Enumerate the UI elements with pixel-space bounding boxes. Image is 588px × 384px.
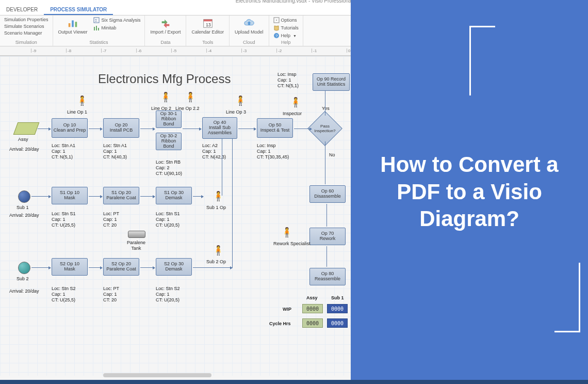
ribbon-group-tools: 13 Calendar Editor Tools xyxy=(186,15,230,46)
group-label-simulation: Simulation xyxy=(3,40,50,46)
decorative-bracket xyxy=(579,263,580,332)
s1-op10-box[interactable]: S1 Op 10 Mask xyxy=(52,187,88,204)
flow-arrow xyxy=(31,196,51,197)
sub2-op-label: Sub 2 Op xyxy=(206,259,226,265)
s2-op20-box[interactable]: S2 Op 20 Paralene Coat xyxy=(103,258,139,276)
ruler-tick: -7 xyxy=(101,49,106,53)
output-viewer-button[interactable]: Output Viewer xyxy=(56,17,90,40)
op90-box[interactable]: Op 90 Record Unit Statistics xyxy=(313,73,350,91)
ribbon-group-data: Import / Export Data xyxy=(145,15,186,46)
person-icon[interactable]: 🧍 xyxy=(76,95,88,106)
paralene-tank-label: Paralene Tank xyxy=(127,240,145,251)
s1-op30-box[interactable]: S1 Op 30 Demask xyxy=(156,187,192,204)
op50-box[interactable]: Op 50 Inspect & Test xyxy=(257,118,293,138)
sigma-icon: Σ xyxy=(93,17,100,23)
stats-cycle-label: Cycle Hrs xyxy=(269,321,291,327)
ruler-tick: 0 xyxy=(347,49,350,53)
flow-arrow xyxy=(193,196,203,197)
line-op-3-label: Line Op 3 xyxy=(226,109,246,115)
op30-info: Loc: Stn RB Cap: 2 CT: U(90,10) xyxy=(156,159,182,176)
ruler-tick: -1 xyxy=(312,49,317,53)
person-icon[interactable]: 🧍 xyxy=(185,91,196,103)
s2-op20-info: Loc: PT Cap: 1 CT: 20 xyxy=(103,286,119,302)
person-icon[interactable]: 🧍 xyxy=(235,95,246,106)
s2-op30-info: Loc: Stn S2 Cap: 1 CT: U(20,5) xyxy=(156,286,180,302)
scenario-manager-button[interactable]: Scenario Manager xyxy=(3,30,50,36)
wip-assy-counter: 0000 xyxy=(302,304,323,313)
assy-start-shape[interactable] xyxy=(13,122,40,135)
person-icon[interactable]: 🧍 xyxy=(160,91,171,103)
decorative-bracket xyxy=(469,26,495,83)
svg-rect-0 xyxy=(69,23,71,27)
op10-box[interactable]: Op 10 Clean and Prep xyxy=(52,118,88,138)
person-icon[interactable]: 🧍 xyxy=(213,245,224,256)
simulation-properties-button[interactable]: Simulation Properties xyxy=(3,17,50,23)
sub2-label: Sub 2 xyxy=(17,276,29,282)
ribbon-group-statistics: Output Viewer Σ Six Sigma Analysis Minit… xyxy=(53,15,145,46)
stats-sub1-header: Sub 1 xyxy=(331,295,344,301)
svg-text:?: ? xyxy=(275,34,278,38)
op20-info: Loc: Stn A1 Cap: 1 CT: N(40,3) xyxy=(103,143,127,159)
op40-info: Loc: A2 Cap: 1 CT: N(42,3) xyxy=(202,143,226,159)
options-button[interactable]: Options xyxy=(272,17,300,24)
flow-arrow xyxy=(183,129,201,129)
op30-2-box[interactable]: Op 30-2 Ribbon Bond xyxy=(156,133,182,150)
calendar-icon: 13 xyxy=(202,18,214,29)
svg-text:Σ: Σ xyxy=(95,18,97,23)
sub1-arrival-label: Arrival: 20/day xyxy=(9,213,39,218)
tutorials-button[interactable]: Tutorials xyxy=(272,24,300,31)
group-label-cloud: Cloud xyxy=(233,40,266,46)
insp-info-top: Loc: Insp Cap: 1 CT: N(5,1) xyxy=(277,72,299,88)
flow-arrow xyxy=(89,267,102,268)
no-label: No xyxy=(329,152,335,158)
flow-arrow xyxy=(232,139,233,268)
calendar-editor-button[interactable]: 13 Calendar Editor xyxy=(189,17,226,40)
person-icon[interactable]: 🧍 xyxy=(290,97,301,108)
ribbon-group-simulation: Simulation Properties Simulate Scenarios… xyxy=(0,15,53,46)
flow-arrow xyxy=(193,267,232,268)
s2-op30-box[interactable]: S2 Op 30 Demask xyxy=(156,258,192,276)
s1-op30-info: Loc: Stn S1 Cap: 1 CT: U(20,5) xyxy=(156,211,180,228)
sub2-start-shape[interactable] xyxy=(18,262,30,274)
horizontal-scrollbar[interactable] xyxy=(103,373,211,377)
simulate-scenarios-button[interactable]: Simulate Scenarios xyxy=(3,23,50,29)
s1-op20-box[interactable]: S1 Op 20 Paralene Coat xyxy=(103,187,139,204)
op20-box[interactable]: Op 20 Install PCB xyxy=(103,118,139,138)
cloud-upload-icon xyxy=(243,18,255,29)
article-overlay-panel: How to Convert a PDF to a Visio Diagram? xyxy=(351,0,588,384)
op80-box[interactable]: Op 80 Reassemble xyxy=(309,268,346,285)
ruler-tick: -4 xyxy=(206,49,211,53)
import-export-button[interactable]: Import / Export xyxy=(148,17,183,40)
pass-inspection-decision[interactable]: Pass Inspection? xyxy=(313,116,337,141)
book-icon xyxy=(273,25,280,31)
upload-model-button[interactable]: Upload Model xyxy=(233,17,266,40)
paralene-tank-shape[interactable] xyxy=(128,231,145,238)
window-title: Electronics Manufacturing.vsdx - Visio P… xyxy=(236,0,353,4)
sub1-start-shape[interactable] xyxy=(18,190,30,203)
cycle-assy-counter: 0000 xyxy=(302,318,323,328)
svg-rect-6 xyxy=(96,26,97,30)
tab-process-simulator[interactable]: PROCESS SIMULATOR xyxy=(44,5,113,15)
op60-box[interactable]: Op 60 Disassemble xyxy=(309,185,346,203)
six-sigma-button[interactable]: Σ Six Sigma Analysis xyxy=(92,17,141,24)
chevron-down-icon: ▼ xyxy=(293,34,297,38)
flow-arrow xyxy=(222,139,222,196)
op70-box[interactable]: Op 70 Rework xyxy=(309,228,346,245)
op30-1-box[interactable]: Op 30-1 Ribbon Bond xyxy=(156,110,182,128)
op40-box[interactable]: Op 40 Install Sub Assemblies xyxy=(202,117,237,139)
svg-rect-9 xyxy=(204,20,213,22)
ruler-tick: -5 xyxy=(171,49,176,53)
line-op-1-label: Line Op 1 xyxy=(67,109,87,115)
rework-specialist-label: Rework Specialist xyxy=(273,241,311,247)
s1-op20-info: Loc: PT Cap: 1 CT: 20 xyxy=(103,211,119,228)
flow-arrow xyxy=(89,129,102,129)
flow-arrow xyxy=(31,267,51,268)
stats-assy-header: Assy xyxy=(306,295,318,301)
minitab-button[interactable]: Minitab xyxy=(92,24,141,31)
wip-sub1-counter: 0000 xyxy=(327,304,348,313)
tab-developer[interactable]: DEVELOPER xyxy=(0,5,44,15)
person-icon[interactable]: 🧍 xyxy=(281,227,292,238)
help-button[interactable]: ?Help▼ xyxy=(272,32,300,39)
s2-op10-box[interactable]: S2 Op 10 Mask xyxy=(52,258,88,276)
flow-arrow xyxy=(140,267,155,268)
